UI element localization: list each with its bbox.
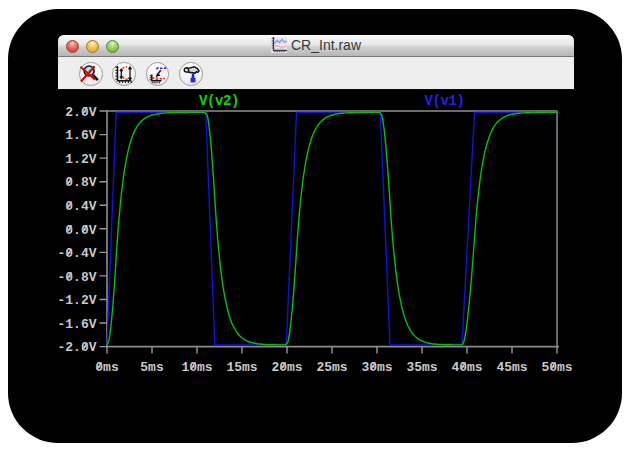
- svg-text:0.4V: 0.4V: [65, 199, 96, 214]
- svg-text:35ms: 35ms: [406, 360, 437, 375]
- svg-text:10ms: 10ms: [181, 360, 212, 375]
- svg-text:-0.8V: -0.8V: [58, 270, 97, 285]
- svg-text:V(v1): V(v1): [424, 93, 464, 109]
- svg-text:2.0V: 2.0V: [65, 105, 96, 120]
- svg-text:50ms: 50ms: [541, 360, 572, 375]
- svg-text:0.0V: 0.0V: [65, 223, 96, 238]
- svg-text:0.8V: 0.8V: [65, 175, 96, 190]
- svg-text:1.2V: 1.2V: [65, 152, 96, 167]
- svg-text:-1.6V: -1.6V: [58, 317, 97, 332]
- svg-text:5ms: 5ms: [140, 360, 164, 375]
- svg-text:15ms: 15ms: [226, 360, 257, 375]
- svg-text:-0.4V: -0.4V: [58, 246, 97, 261]
- svg-text:V(v2): V(v2): [199, 93, 239, 109]
- svg-text:30ms: 30ms: [361, 360, 392, 375]
- svg-text:25ms: 25ms: [316, 360, 347, 375]
- svg-text:40ms: 40ms: [451, 360, 482, 375]
- svg-text:20ms: 20ms: [271, 360, 302, 375]
- svg-text:-2.0V: -2.0V: [58, 340, 97, 355]
- svg-text:1.6V: 1.6V: [65, 128, 96, 143]
- svg-text:-1.2V: -1.2V: [58, 293, 97, 308]
- svg-text:45ms: 45ms: [496, 360, 527, 375]
